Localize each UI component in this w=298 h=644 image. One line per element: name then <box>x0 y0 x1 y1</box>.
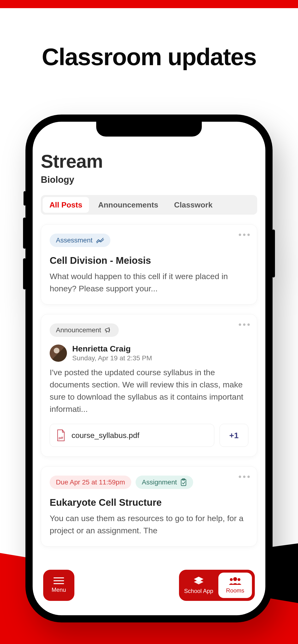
card-menu-button[interactable] <box>239 234 250 236</box>
card-assessment[interactable]: Assessment Cell Division - Meiosis What … <box>41 224 257 304</box>
card-announcement[interactable]: Announcement Henrietta Craig Sunday, Apr… <box>41 314 257 457</box>
card-title: Eukaryote Cell Structure <box>50 497 248 508</box>
menu-button[interactable]: Menu <box>43 570 74 601</box>
tab-classwork[interactable]: Classwork <box>168 197 219 213</box>
phone-mockup: Stream Biology All Posts Announcements C… <box>26 114 272 622</box>
svg-point-6 <box>233 577 237 581</box>
megaphone-icon <box>104 327 112 334</box>
author-name: Henrietta Craig <box>72 344 152 354</box>
phone-notch <box>96 122 202 136</box>
chip-due-date: Due Apr 25 at 11:59pm <box>50 476 131 489</box>
chip-label: Assessment <box>56 236 93 244</box>
people-icon <box>228 577 242 585</box>
switcher-school-app[interactable]: School App <box>182 572 215 598</box>
svg-marker-5 <box>194 580 203 584</box>
card-body: What would happen to this cell if it wer… <box>50 270 248 295</box>
attachment-filename: course_syllabus.pdf <box>72 431 139 440</box>
chip-label: Announcement <box>56 326 101 334</box>
switcher-label: School App <box>184 588 213 594</box>
post-timestamp: Sunday, Apr 19 at 2:35 PM <box>72 354 152 362</box>
svg-text:pdf: pdf <box>59 436 63 440</box>
card-menu-button[interactable] <box>239 476 250 478</box>
tab-announcements[interactable]: Announcements <box>91 197 165 213</box>
chip-assignment: Assignment <box>135 476 193 489</box>
page-title: Stream <box>41 150 257 172</box>
clipboard-check-icon <box>180 478 187 486</box>
subject-name: Biology <box>41 175 257 185</box>
card-body: You can use them as resources to go to f… <box>50 512 248 537</box>
chip-assessment: Assessment <box>50 234 110 247</box>
attachment-more-button[interactable]: +1 <box>220 424 248 447</box>
card-body: I've posted the updated course syllabus … <box>50 366 248 415</box>
stack-icon <box>193 576 204 586</box>
card-menu-button[interactable] <box>239 324 250 326</box>
marketing-top-bar <box>0 0 298 8</box>
avatar <box>50 344 67 362</box>
card-assignment[interactable]: Due Apr 25 at 11:59pm Assignment Eukaryo… <box>41 466 257 546</box>
chip-announcement: Announcement <box>50 324 119 337</box>
attachment-item[interactable]: pdf course_syllabus.pdf <box>50 424 214 447</box>
pdf-file-icon: pdf <box>56 429 66 441</box>
svg-point-8 <box>238 578 240 581</box>
chip-label: Assignment <box>142 478 177 486</box>
svg-point-7 <box>230 578 233 581</box>
marketing-headline: Classroom updates <box>0 43 298 71</box>
chart-line-icon <box>96 237 104 244</box>
card-title: Cell Division - Meiosis <box>50 255 248 266</box>
switcher-rooms[interactable]: Rooms <box>218 572 252 598</box>
phone-screen: Stream Biology All Posts Announcements C… <box>33 122 265 615</box>
menu-label: Menu <box>52 586 66 593</box>
stream-tabs: All Posts Announcements Classwork <box>41 195 257 215</box>
app-switcher: School App Rooms <box>179 570 255 601</box>
switcher-label: Rooms <box>226 587 244 594</box>
hamburger-icon <box>54 578 64 584</box>
due-label: Due Apr 25 at 11:59pm <box>56 478 125 486</box>
tab-all-posts[interactable]: All Posts <box>43 197 89 213</box>
